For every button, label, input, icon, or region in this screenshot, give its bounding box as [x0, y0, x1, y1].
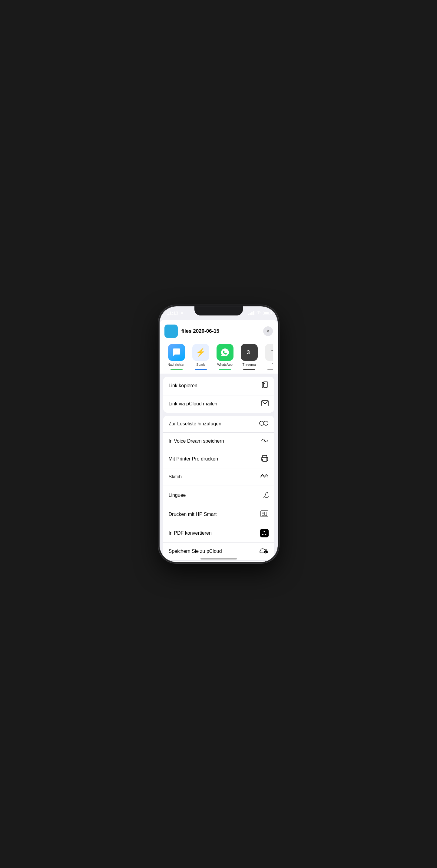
- file-name: files 2020-06-15: [181, 328, 220, 334]
- threema-underline: [243, 369, 255, 370]
- svg-text:P: P: [265, 551, 266, 553]
- reading-list-icon: [259, 421, 269, 428]
- voice-dream-icon: [261, 437, 269, 445]
- signal-icon: [248, 311, 254, 315]
- nachrichten-icon: [168, 344, 185, 361]
- status-time: 11:13: [167, 310, 184, 315]
- svg-rect-5: [262, 401, 268, 406]
- copy-link-icon: [261, 381, 269, 390]
- printer-icon: [261, 455, 269, 463]
- action-label-hp-smart: Drucken mit HP Smart: [169, 512, 217, 517]
- notch: [194, 306, 243, 315]
- close-button[interactable]: ×: [263, 327, 273, 336]
- content-area: files 2020-06-15 × Nachrichten: [160, 320, 278, 562]
- action-label-pdf: In PDF konvertieren: [169, 530, 212, 536]
- pdf-icon: ▼ PDF: [260, 529, 269, 537]
- skitch-icon: [260, 473, 269, 481]
- app-icons-row: Nachrichten ⚡ Spark: [164, 342, 273, 374]
- action-group-1: Link kopieren Link via pCloud mailen: [163, 377, 274, 413]
- location-arrow-icon: [181, 311, 184, 315]
- share-file-row: files 2020-06-15 ×: [164, 324, 273, 342]
- hp-smart-icon: [260, 510, 269, 519]
- file-icon: [164, 324, 178, 338]
- linguee-icon: ℒ: [263, 491, 269, 500]
- action-printer-pro[interactable]: Mit Printer Pro drucken: [163, 450, 274, 468]
- svg-marker-0: [181, 311, 184, 314]
- share-header: files 2020-06-15 × Nachrichten: [160, 320, 278, 374]
- app-item-threema[interactable]: 3 Threema: [237, 344, 261, 370]
- threema-icon: 3: [241, 344, 258, 361]
- t-label: T: [272, 363, 273, 366]
- action-label-leseliste: Zur Leseliste hinzufügen: [169, 421, 221, 427]
- action-label-printer-pro: Mit Printer Pro drucken: [169, 456, 218, 462]
- svg-rect-3: [263, 382, 268, 387]
- svg-rect-14: [265, 512, 267, 516]
- spark-label: Spark: [196, 363, 205, 366]
- svg-point-6: [259, 421, 264, 425]
- action-voice-dream[interactable]: In Voice Dream speichern: [163, 433, 274, 450]
- action-label-voice-dream: In Voice Dream speichern: [169, 438, 224, 444]
- action-pdf[interactable]: In PDF konvertieren ▼ PDF: [163, 524, 274, 542]
- svg-point-11: [267, 458, 267, 459]
- svg-point-7: [264, 421, 268, 425]
- phone-screen: 11:13: [160, 306, 278, 562]
- whatsapp-underline: [219, 369, 231, 370]
- action-domain-whois[interactable]: Domain Whois: [163, 561, 274, 562]
- home-indicator[interactable]: [200, 558, 237, 559]
- action-link-mailen[interactable]: Link via pCloud mailen: [163, 395, 274, 413]
- app-item-spark[interactable]: ⚡ Spark: [189, 344, 213, 370]
- action-label-pcloud: Speichern Sie zu pCloud: [169, 549, 222, 554]
- action-leseliste[interactable]: Zur Leseliste hinzufügen: [163, 416, 274, 433]
- action-label-link-mailen: Link via pCloud mailen: [169, 401, 217, 407]
- pcloud-icon: P: [259, 547, 269, 556]
- scroll-container[interactable]: files 2020-06-15 × Nachrichten: [160, 320, 278, 562]
- spark-underline: [195, 369, 207, 370]
- threema-label: Threema: [242, 363, 256, 366]
- t-icon: T: [265, 344, 273, 361]
- phone-frame: 11:13: [160, 306, 278, 562]
- whatsapp-icon: [217, 344, 233, 361]
- share-file-info: files 2020-06-15: [164, 324, 220, 338]
- mail-icon: [261, 400, 269, 408]
- t-underline: [268, 369, 273, 370]
- action-label-link-kopieren: Link kopieren: [169, 383, 197, 389]
- whatsapp-label: WhatsApp: [217, 363, 232, 366]
- action-skitch[interactable]: Skitch: [163, 468, 274, 486]
- status-icons: [248, 311, 271, 315]
- action-link-kopieren[interactable]: Link kopieren: [163, 377, 274, 395]
- nachrichten-label: Nachrichten: [167, 363, 185, 366]
- action-label-skitch: Skitch: [169, 474, 182, 479]
- svg-rect-9: [262, 459, 267, 461]
- app-item-whatsapp[interactable]: WhatsApp: [213, 344, 237, 370]
- svg-rect-10: [262, 455, 267, 458]
- nachrichten-underline: [170, 369, 183, 370]
- action-label-linguee: Linguee: [169, 493, 186, 498]
- time-display: 11:13: [167, 310, 178, 315]
- action-hp-smart[interactable]: Drucken mit HP Smart: [163, 505, 274, 524]
- battery-icon: [263, 311, 271, 315]
- svg-text:3: 3: [247, 349, 250, 355]
- svg-point-4: [265, 384, 265, 384]
- app-item-t[interactable]: T T: [261, 344, 273, 370]
- wifi-icon: [256, 311, 261, 315]
- section-gap-2: [160, 413, 278, 416]
- action-linguee[interactable]: Linguee ℒ: [163, 486, 274, 505]
- spark-icon: ⚡: [192, 344, 209, 361]
- section-gap-1: [160, 374, 278, 377]
- app-item-nachrichten[interactable]: Nachrichten: [164, 344, 189, 370]
- action-group-2: Zur Leseliste hinzufügen In Voice Dream …: [163, 416, 274, 562]
